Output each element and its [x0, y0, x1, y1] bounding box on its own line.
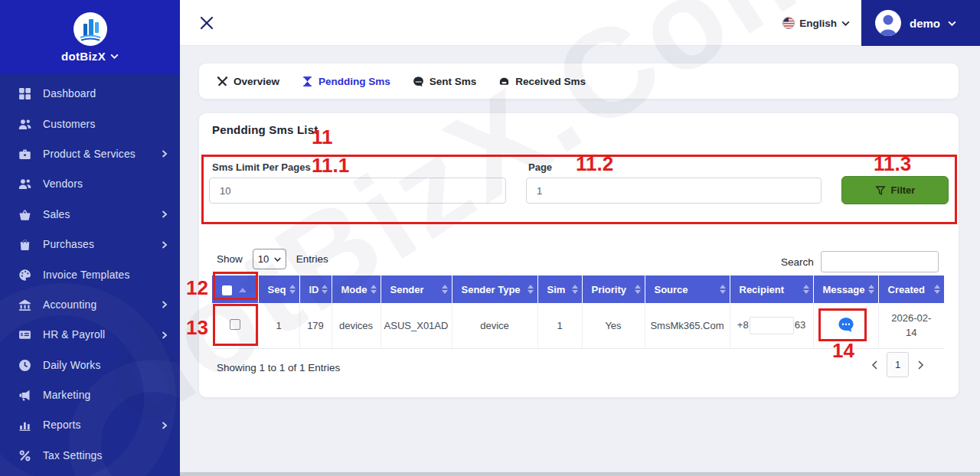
- chevron-down-icon: [274, 257, 281, 262]
- sort-icons: [720, 285, 726, 294]
- sidebar-item-daily-works[interactable]: Daily Works: [0, 350, 180, 380]
- message-icon[interactable]: [838, 317, 854, 332]
- chevron-right-icon: [162, 331, 168, 339]
- pendding-sms-table: Seq ID Mode Sender Sender Type Sim Prior…: [212, 275, 944, 349]
- tab-overview[interactable]: Overview: [217, 76, 279, 87]
- user-menu[interactable]: demo: [861, 0, 980, 46]
- sms-limit-input[interactable]: [209, 178, 506, 204]
- col-sender-type[interactable]: Sender Type: [452, 275, 537, 303]
- select-all-header[interactable]: [212, 275, 258, 303]
- flag-icon: [782, 17, 795, 29]
- sidebar-nav: Dashboard Customers Product & Services V…: [0, 74, 180, 471]
- sms-limit-label: Sms Limit Per Pages: [212, 161, 311, 173]
- svg-text:sms: sms: [416, 79, 423, 83]
- sort-icons: [289, 285, 296, 294]
- cell-mode: devices: [332, 303, 381, 348]
- sidebar-item-label: Customers: [43, 119, 168, 130]
- brand-menu[interactable]: dotBizX: [61, 50, 119, 63]
- brand-logo-icon: [73, 11, 108, 47]
- users-icon: [18, 178, 31, 191]
- show-entries-control: Show 10 Entries: [217, 249, 328, 269]
- col-created[interactable]: Created: [878, 275, 944, 303]
- sort-icons: [442, 285, 448, 294]
- palette-icon: [18, 269, 31, 282]
- cell-sim: 1: [537, 303, 582, 348]
- chevron-down-icon: [948, 21, 956, 26]
- app-page: dotBizX Dashboard Customers Product & Se…: [0, 0, 980, 476]
- sidebar-item-sales[interactable]: Sales: [0, 200, 180, 230]
- pagination: 1: [871, 352, 924, 377]
- per-page-value: 10: [258, 253, 269, 265]
- col-mode[interactable]: Mode: [332, 275, 381, 303]
- select-all-checkbox[interactable]: [222, 285, 232, 295]
- bar-chart-icon: [18, 419, 31, 432]
- hourglass-icon: [302, 76, 313, 87]
- sidebar-item-marketing[interactable]: Marketing: [0, 380, 180, 410]
- recipient-prefix: +8: [737, 319, 749, 331]
- search-label: Search: [781, 256, 814, 268]
- close-icon[interactable]: [198, 15, 215, 31]
- cell-recipient: +863: [730, 303, 813, 348]
- row-checkbox[interactable]: [230, 319, 240, 330]
- tab-received-sms[interactable]: Received Sms: [498, 76, 586, 87]
- next-page-icon[interactable]: [917, 360, 924, 370]
- recipient-mask: [750, 317, 794, 334]
- recipient-suffix: 63: [795, 319, 805, 331]
- per-page-select[interactable]: 10: [253, 249, 286, 269]
- col-source[interactable]: Source: [645, 275, 730, 303]
- tab-pendding-sms[interactable]: Pendding Sms: [302, 76, 390, 87]
- users-icon: [18, 118, 31, 131]
- page-input[interactable]: [526, 178, 822, 204]
- sidebar-item-tax-settings[interactable]: Tax Settings: [0, 441, 180, 471]
- cell-seq: 1: [258, 303, 299, 348]
- col-sender[interactable]: Sender: [381, 275, 452, 303]
- shopping-bag-icon: [18, 238, 31, 251]
- sidebar-item-label: Marketing: [43, 390, 168, 401]
- tab-label: Pendding Sms: [318, 76, 390, 87]
- payroll-card-icon: $: [18, 328, 31, 341]
- pendding-sms-panel: Pendding Sms List Sms Limit Per Pages Pa…: [199, 113, 959, 397]
- sidebar-item-vendors[interactable]: Vendors: [0, 169, 180, 199]
- sidebar-item-reports[interactable]: Reports: [0, 410, 180, 440]
- cell-priority: Yes: [582, 303, 645, 348]
- search-input[interactable]: [821, 251, 939, 272]
- sidebar-item-label: Purchases: [43, 239, 162, 250]
- col-message[interactable]: Message: [813, 275, 878, 303]
- sidebar-item-purchases[interactable]: Purchases: [0, 230, 180, 259]
- chevron-right-icon: [162, 150, 168, 158]
- tab-sent-sms[interactable]: sms Sent Sms: [413, 76, 477, 87]
- created-value: 2026-02-14: [887, 311, 935, 341]
- language-selector[interactable]: English: [782, 0, 850, 46]
- sidebar-item-accounting[interactable]: Accounting: [0, 290, 180, 320]
- bank-icon: [18, 298, 31, 311]
- page-label: Page: [528, 161, 552, 173]
- cell-sender: ASUS_X01AD: [381, 303, 452, 348]
- chevron-right-icon: [162, 241, 168, 249]
- horizontal-scrollbar[interactable]: [180, 472, 980, 476]
- sidebar-item-product-services[interactable]: Product & Services: [0, 139, 180, 169]
- col-priority[interactable]: Priority: [582, 275, 645, 303]
- tab-label: Received Sms: [515, 76, 586, 87]
- inbox-icon: [498, 76, 510, 87]
- dashboard-grid-icon: [18, 87, 31, 100]
- col-id[interactable]: ID: [299, 275, 332, 303]
- col-recipient[interactable]: Recipient: [730, 275, 813, 303]
- sort-icons: [371, 285, 377, 294]
- col-seq[interactable]: Seq: [258, 275, 299, 303]
- sidebar-item-label: Vendors: [43, 178, 168, 190]
- sidebar-item-label: Product & Services: [43, 148, 162, 160]
- sidebar-item-customers[interactable]: Customers: [0, 109, 180, 139]
- page-number-button[interactable]: 1: [887, 352, 909, 377]
- prev-page-icon[interactable]: [871, 360, 878, 370]
- sidebar-item-label: Invoice Templates: [43, 269, 168, 281]
- svg-text:$: $: [21, 333, 24, 337]
- col-sim[interactable]: Sim: [537, 275, 582, 303]
- sidebar-item-hr-payroll[interactable]: $ HR & Payroll: [0, 320, 180, 350]
- sidebar-item-label: Tax Settings: [43, 450, 168, 461]
- entries-summary: Showing 1 to 1 of 1 Entries: [217, 362, 340, 373]
- sidebar-item-dashboard[interactable]: Dashboard: [0, 79, 180, 109]
- chevron-down-icon: [841, 21, 850, 26]
- filter-button[interactable]: Filter: [841, 176, 949, 204]
- basket-icon: [18, 208, 31, 221]
- sidebar-item-invoice-templates[interactable]: Invoice Templates: [0, 259, 180, 289]
